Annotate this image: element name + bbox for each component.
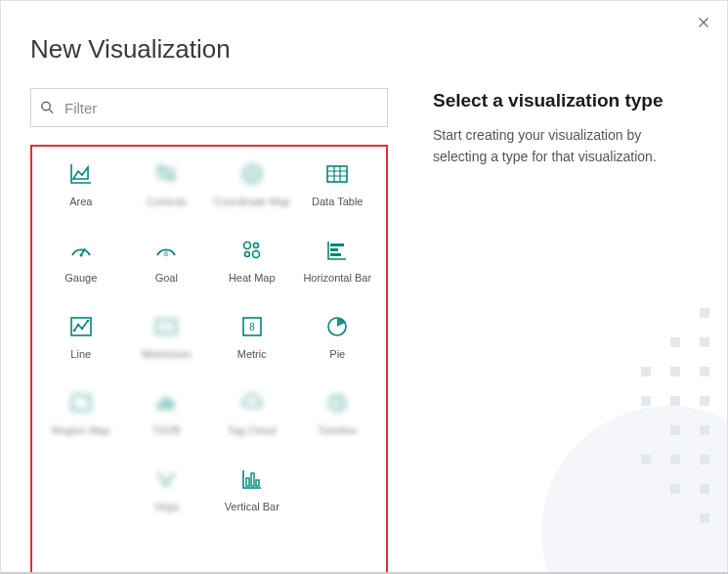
heat-map-icon [238,237,266,264]
coordinate-map-icon [238,160,266,188]
highlighted-region: Area Controls Coordinate Map [30,145,388,574]
tsvb-icon [152,389,180,417]
vertical-bar-icon [238,465,266,493]
area-icon [67,160,95,188]
svg-point-11 [244,252,249,257]
left-panel: Area Controls Coordinate Map [30,88,388,574]
close-button[interactable] [696,15,711,30]
viz-label: Vertical Bar [225,501,279,512]
help-description: Start creating your visualization by sel… [433,125,698,167]
viz-label: Pie [329,348,345,360]
viz-label: Line [70,348,91,360]
svg-rect-31 [251,473,254,486]
viz-label: Heat Map [229,272,276,284]
svg-rect-15 [330,253,341,256]
viz-label: Tag Cloud [228,424,277,436]
viz-label: Region Map [52,424,109,436]
viz-pie[interactable]: Pie [295,313,381,360]
viz-label: Gauge [64,272,97,284]
viz-label: Timelion [318,424,358,436]
viz-label: Controls [147,196,187,207]
help-title: Select a visualization type [433,90,698,111]
viz-region-map[interactable]: Region Map [38,389,124,436]
viz-label: Area [69,196,92,207]
svg-point-7 [79,254,82,257]
viz-metric[interactable]: 8 Metric [209,313,295,360]
viz-vertical-bar[interactable]: Vertical Bar [209,465,295,512]
horizontal-bar-icon [323,237,351,264]
svg-point-17 [72,330,75,332]
tag-cloud-icon [238,389,266,417]
search-icon [40,101,55,115]
markdown-icon: T [152,313,180,340]
dialog-title: New Visualization [1,1,727,65]
svg-rect-26 [158,402,161,410]
svg-point-10 [253,243,258,248]
viz-timelion[interactable]: Timelion [295,389,381,436]
svg-rect-27 [164,397,167,410]
controls-icon [152,160,180,188]
line-icon [67,313,95,340]
svg-point-12 [252,251,259,258]
close-icon [698,17,709,28]
viz-label: Goal [155,272,178,284]
viz-goal[interactable]: 8 Goal [124,237,210,284]
viz-tsvb[interactable]: TSVB [124,389,210,436]
svg-point-18 [76,324,79,327]
svg-point-19 [80,328,83,331]
region-map-icon [67,389,95,417]
viz-heat-map[interactable]: Heat Map [209,237,295,284]
svg-text:8: 8 [164,250,168,257]
viz-data-table[interactable]: Data Table [295,160,381,207]
help-panel: Select a visualization type Start creati… [388,88,698,574]
svg-rect-5 [327,166,347,182]
svg-rect-28 [170,400,173,410]
pie-icon [323,313,351,340]
viz-label: Data Table [312,196,363,207]
viz-markdown[interactable]: T Markdown [124,313,210,360]
viz-area[interactable]: Area [38,160,124,207]
viz-line[interactable]: Line [38,313,124,360]
viz-label: Metric [237,348,267,360]
svg-point-0 [42,102,50,110]
goal-icon: 8 [152,237,180,264]
viz-label: Vega [154,501,179,512]
svg-point-3 [168,174,174,180]
viz-horizontal-bar[interactable]: Horizontal Bar [295,237,381,284]
svg-rect-14 [330,248,338,251]
viz-gauge[interactable]: Gauge [38,237,124,284]
svg-point-9 [243,243,250,249]
viz-tag-cloud[interactable]: Tag Cloud [209,389,295,436]
svg-point-20 [86,320,89,323]
viz-label: Horizontal Bar [303,272,371,284]
viz-label: TSVB [152,424,181,436]
viz-vega[interactable]: Vega [124,465,210,512]
data-table-icon [323,160,351,188]
filter-input[interactable] [30,88,388,127]
svg-rect-32 [256,480,259,486]
vega-icon [152,465,180,493]
svg-rect-30 [246,478,249,486]
timelion-icon [323,389,351,417]
svg-point-2 [158,166,164,172]
viz-label: Coordinate Map [214,196,290,207]
viz-controls[interactable]: Controls [124,160,210,207]
metric-icon: 8 [238,313,266,340]
viz-label: Markdown [142,348,192,360]
svg-text:8: 8 [249,322,255,332]
viz-coordinate-map[interactable]: Coordinate Map [209,160,295,207]
svg-rect-13 [330,243,344,246]
visualization-grid: Area Controls Coordinate Map [38,160,380,512]
svg-text:T: T [164,324,169,332]
gauge-icon [67,237,95,264]
svg-line-1 [49,110,53,113]
